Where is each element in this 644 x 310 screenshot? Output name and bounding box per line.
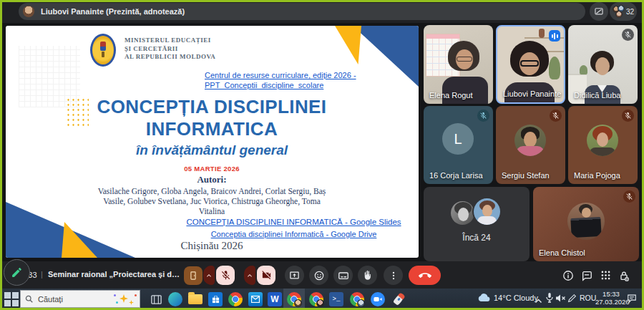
end-call-button[interactable]: [409, 266, 441, 285]
person-glasses: [520, 60, 539, 67]
tray-pen-icon[interactable]: [567, 293, 577, 306]
ministry-header: MINISTERUL EDUCAȚIEI ȘI CERCETĂRII AL RE…: [125, 37, 215, 62]
tile-name: Elena Chistol: [539, 248, 585, 257]
present-button[interactable]: [285, 266, 304, 285]
captions-button[interactable]: [333, 266, 353, 285]
camera-off-button[interactable]: [257, 266, 275, 285]
chrome-button[interactable]: [227, 291, 244, 308]
activities-button[interactable]: [600, 270, 611, 284]
raise-hand-button[interactable]: [358, 266, 377, 285]
tile-name: 16 Corja Larisa: [429, 171, 483, 180]
powershell-button[interactable]: >_: [328, 291, 345, 308]
chrome-icon: [350, 292, 364, 306]
folder-icon: [188, 294, 203, 304]
participant-tile-corja-larisa[interactable]: L 16 Corja Larisa: [424, 106, 493, 184]
tile-name: Elena Rogut: [429, 91, 473, 100]
tray-mic-icon[interactable]: [545, 292, 554, 306]
participant-tile-elena-chistol[interactable]: Elena Chistol: [533, 187, 639, 261]
camera-control[interactable]: [244, 266, 275, 285]
camera-off-icon: [261, 270, 272, 281]
participant-tile-elena-rogut[interactable]: Elena Rogut: [424, 25, 493, 104]
ministry-line: MINISTERUL EDUCAȚIEI: [125, 37, 215, 45]
mic-control[interactable]: [203, 266, 235, 285]
moldova-coat-of-arms-icon: [90, 34, 116, 67]
task-view-button[interactable]: [147, 291, 165, 308]
participant-tile-sergiu-stefan[interactable]: Sergiu Stefan: [496, 106, 565, 184]
word-button[interactable]: W: [266, 291, 283, 308]
rocket-app-button[interactable]: [390, 291, 407, 308]
action-center-button[interactable]: [627, 293, 637, 306]
exit-annotation-button[interactable]: [184, 266, 203, 285]
end-call-icon: [419, 269, 431, 282]
annotate-button[interactable]: [4, 259, 30, 286]
avatar-initial: L: [442, 123, 474, 155]
ministry-line: ȘI CERCETĂRII: [125, 45, 215, 54]
zoom-icon: [371, 292, 385, 306]
chat-button[interactable]: [581, 270, 592, 284]
participant-tile-didilica-liuba[interactable]: Didilică Liuba: [568, 25, 638, 104]
host-controls-button[interactable]: [618, 270, 630, 284]
chat-icon: [581, 270, 592, 281]
shared-screen-icon: [594, 6, 604, 16]
host-lock-icon: [618, 270, 630, 281]
taskbar-clock[interactable]: 15:33 27.03.2026: [595, 290, 627, 306]
person-glasses: [457, 57, 472, 62]
meeting-title: Seminar raional „Proiectarea și desfășur…: [48, 270, 180, 278]
start-button[interactable]: [4, 291, 19, 307]
zoom-app-button[interactable]: [369, 291, 386, 308]
rocket-icon: [392, 293, 404, 306]
search-icon: [25, 295, 34, 304]
reactions-button[interactable]: [309, 266, 328, 285]
muted-mic-icon: [622, 29, 634, 41]
file-explorer-button[interactable]: [187, 291, 204, 308]
more-options-button[interactable]: [384, 266, 403, 285]
chrome-profile-1-button-active[interactable]: [283, 289, 305, 310]
decor-plant: [580, 65, 587, 74]
present-icon: [289, 270, 300, 281]
taskbar-search[interactable]: Căutați: [20, 290, 140, 308]
edge-icon: [168, 292, 182, 306]
muted-mic-icon: [550, 110, 562, 122]
language-indicator[interactable]: ROU: [580, 294, 596, 302]
mail-button[interactable]: [247, 291, 264, 308]
more-participants-tile[interactable]: Încă 24: [424, 187, 530, 261]
search-placeholder: Căutați: [38, 295, 63, 304]
microsoft-store-button[interactable]: [207, 291, 224, 308]
mic-options-button[interactable]: [203, 266, 215, 285]
authors-label: Autori:: [26, 174, 398, 185]
hand-icon: [362, 270, 373, 281]
mic-mute-button[interactable]: [216, 266, 235, 285]
tray-expand-chevron[interactable]: [535, 294, 542, 307]
tile-name: Maria Pojoga: [574, 171, 620, 180]
muted-mic-icon: [623, 190, 635, 203]
participant-tile-maria-pojoga[interactable]: Maria Pojoga: [568, 106, 638, 184]
tile-name: Liubovi Panainte: [503, 89, 561, 98]
slide-subtitle: în învățământul general: [26, 142, 398, 158]
curriculum-resource-link[interactable]: Centrul de resurse curriculare, ediție 2…: [205, 70, 369, 90]
tray-volume-muted-icon[interactable]: [555, 293, 566, 306]
meeting-details-button[interactable]: [562, 270, 574, 284]
profile-avatar: [294, 299, 302, 307]
camera-options-button[interactable]: [244, 266, 255, 285]
captions-icon: [338, 270, 349, 281]
shared-screen-button[interactable]: [590, 2, 608, 21]
edge-browser-button[interactable]: [167, 291, 184, 308]
google-slides-link[interactable]: CONCEPȚIA DISCIPLINEI INFORMATICĂ - Goog…: [170, 218, 417, 226]
chrome-profile-2-button[interactable]: [308, 291, 325, 308]
presenter-banner-label: Liubovi Panainte (Prezintă, adnotează): [41, 7, 185, 16]
participant-tile-liubovi-panainte[interactable]: Liubovi Panainte: [496, 25, 565, 104]
avatar: [567, 203, 605, 240]
person-body: [442, 77, 488, 104]
slide-date: 05 MARTIE 2026: [26, 165, 398, 173]
chrome-icon: [309, 292, 323, 306]
weather-cloud-icon[interactable]: [477, 292, 491, 305]
mail-icon: [248, 292, 263, 306]
powershell-icon: >_: [329, 292, 343, 306]
chrome-profile-3-button[interactable]: [348, 291, 366, 308]
weather-text[interactable]: 14°C Cloudy: [494, 294, 538, 302]
slide-footer: Chișinău 2026: [93, 240, 331, 252]
decor-vase: [539, 29, 545, 38]
presenter-avatar: [23, 6, 34, 17]
google-drive-link[interactable]: Conceptia disciplinei Informatică - Goog…: [170, 230, 417, 238]
participants-count-button[interactable]: 32: [610, 2, 637, 21]
